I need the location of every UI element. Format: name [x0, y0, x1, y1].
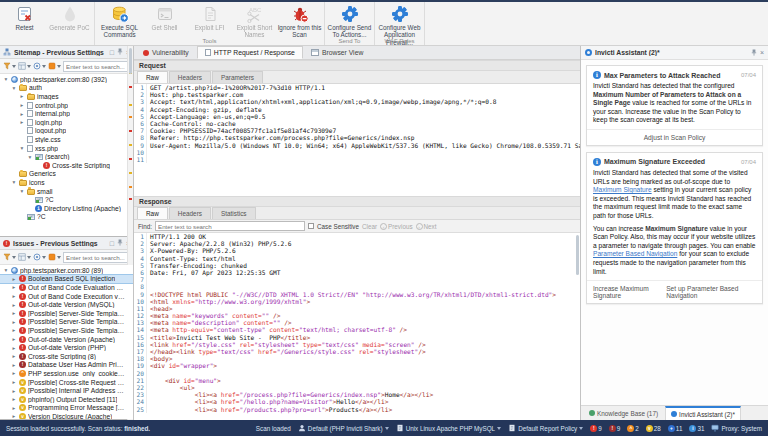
filter-button[interactable]	[3, 253, 16, 261]
expander-icon[interactable]: ▸	[11, 404, 17, 412]
tab-invicti-assistant-2[interactable]: Invicti Assistant (2)*	[665, 406, 741, 420]
tree-item[interactable]: ▾php.testsparker.com:80 (392)	[0, 75, 133, 84]
expander-icon[interactable]: ▸	[11, 412, 17, 419]
unix-linux-apache-php-mysql-dropdown[interactable]: Unix Linux Apache PHP MySQL	[396, 424, 502, 432]
expander-icon[interactable]: ▾	[19, 144, 25, 152]
tree-item[interactable]: ▸!Cross-site Scripting (8)	[0, 352, 133, 361]
pin-icon[interactable]	[117, 48, 123, 56]
tree-item[interactable]: ▸^PHP session.use_only_cookies Is Disabl…	[0, 369, 133, 378]
adjust-in-scan-policy-button[interactable]: Adjust in Scan Policy	[644, 134, 706, 141]
expander-icon[interactable]: ▸	[19, 118, 25, 126]
response-tab-raw[interactable]: Raw	[137, 207, 168, 219]
tree-item[interactable]: ▸![Possible] Server-Side Template Inject…	[0, 318, 133, 327]
expander-icon[interactable]: ▸	[11, 318, 17, 326]
expander-icon[interactable]: ▸	[11, 352, 17, 360]
configure-send-to-actions-button[interactable]: Configure Send To Actions...	[327, 3, 372, 37]
group-button[interactable]	[48, 62, 61, 70]
pin-icon[interactable]	[117, 239, 123, 247]
expander-icon[interactable]: ▸	[11, 378, 17, 386]
tab-http-request-response[interactable]: HTTP Request / Response	[197, 46, 303, 59]
expander-icon[interactable]: ▾	[19, 187, 25, 195]
scrollbar-thumb[interactable]	[129, 48, 133, 74]
tree-item[interactable]: GET?C	[0, 195, 133, 204]
expander-icon[interactable]: ▸	[19, 92, 25, 100]
expander-icon[interactable]: ▸	[11, 326, 17, 334]
retest-button[interactable]: Retest	[2, 3, 47, 37]
find-input[interactable]	[155, 221, 305, 231]
expander-icon[interactable]: ▸	[11, 395, 17, 403]
tree-item[interactable]: ▸vVersion Disclosure (Apache)	[0, 412, 133, 419]
configure-web-application-firewall-button[interactable]: Configure Web Application Firewall...	[377, 3, 422, 37]
issues-search-input[interactable]	[66, 254, 133, 261]
inline-link[interactable]: Parameter Based Navigation	[593, 250, 677, 257]
tree-item[interactable]: ▸![Possible] Server-Side Template Inject…	[0, 309, 133, 318]
tree-item[interactable]: ▾icons	[0, 178, 133, 187]
expander-icon[interactable]: ▸	[11, 301, 17, 309]
layout-button[interactable]	[18, 253, 31, 261]
increase-maximum-signature-button[interactable]: Increase Maximum Signature	[593, 285, 666, 299]
tree-item[interactable]: !Cross-site Scripting	[0, 161, 133, 170]
default-php-invicti-shark-dropdown[interactable]: Default (PHP Invicti Shark)	[298, 424, 389, 432]
expander-icon[interactable]: ▸	[11, 361, 17, 369]
scope-button[interactable]	[33, 62, 46, 70]
expander-icon[interactable]: ▸	[19, 110, 25, 118]
expander-icon[interactable]: ▸	[11, 369, 17, 377]
expander-icon[interactable]: ▸	[11, 292, 17, 300]
tree-item[interactable]: ▸!Out of Band Code Evaluation (PHP)	[0, 283, 133, 292]
clear-button[interactable]: Clear	[362, 223, 377, 230]
group-button[interactable]	[48, 253, 61, 261]
response-editor[interactable]: 1HTTP/1.1 200 OK2Server: Apache/2.2.8 (W…	[134, 233, 580, 420]
execute-sql-commands-button[interactable]: Execute SQL Commands	[97, 3, 142, 37]
expander-icon[interactable]: ▸	[11, 387, 17, 395]
response-tab-headers[interactable]: Headers	[169, 207, 211, 219]
request-editor[interactable]: 1GET /artist.php?id=-1%20OR%2017-7%3d10 …	[134, 84, 580, 196]
request-tab-raw[interactable]: Raw	[137, 71, 168, 83]
expander-icon[interactable]: ▸	[11, 283, 17, 291]
case-sensitive-checkbox[interactable]	[308, 223, 314, 229]
expander-icon[interactable]: ▸	[11, 275, 17, 283]
pin-icon[interactable]	[751, 49, 757, 57]
set-up-parameter-based-navigation-button[interactable]: Set up Parameter Based Navigation	[666, 285, 756, 299]
tree-item[interactable]: ▸v[Possible] Internal IP Address Disclos…	[0, 386, 133, 395]
tree-item[interactable]: ▸vphpinfo() Output Detected [11]	[0, 395, 133, 404]
expander-icon[interactable]: ▾	[3, 75, 9, 83]
tab-browser-view[interactable]: Browser View	[304, 46, 370, 59]
filter-button[interactable]	[3, 62, 16, 70]
next-button[interactable]: ›Next	[416, 223, 437, 230]
tree-item[interactable]: ▾small	[0, 187, 133, 196]
tree-item[interactable]: ▸login.php	[0, 118, 133, 127]
tree-item[interactable]: ▸!Out-of-date Version (PHP)	[0, 343, 133, 352]
tree-item[interactable]: ▸![Possible] Server-Side Template Inject…	[0, 326, 133, 335]
tree-item[interactable]: logout.php	[0, 127, 133, 136]
tree-item[interactable]: ▸vProgramming Error Message [Variatio...	[0, 404, 133, 413]
expander-icon[interactable]: ▾	[3, 266, 9, 274]
expander-icon[interactable]: ▸	[19, 101, 25, 109]
ignore-from-this-scan-button[interactable]: Ignore from this Scan	[277, 3, 322, 37]
tree-item[interactable]: style.css	[0, 135, 133, 144]
tree-item[interactable]: ▸!Database User Has Admin Privileges	[0, 361, 133, 370]
expander-icon[interactable]: ▸	[11, 335, 17, 343]
previous-button[interactable]: ‹Previous	[380, 223, 413, 230]
proxy-indicator[interactable]: Proxy: System	[711, 424, 762, 432]
tree-item[interactable]: ▾php.testsparker.com:80 (89)	[0, 266, 133, 275]
layout-button[interactable]	[18, 62, 31, 70]
tab-knowledge-base-17[interactable]: Knowledge Base (17)	[584, 406, 663, 420]
tree-item[interactable]: ▸control.php	[0, 101, 133, 110]
sitemap-search-input[interactable]	[66, 63, 133, 70]
tree-item[interactable]: GET?C	[0, 213, 133, 222]
tree-item[interactable]: Generics	[0, 170, 133, 179]
expander-icon[interactable]: ▸	[11, 344, 17, 352]
tree-item[interactable]: ▾GET(search)	[0, 152, 133, 161]
tree-item[interactable]: ▸!Out of Band Code Execution via SSTI [.…	[0, 292, 133, 301]
request-tab-headers[interactable]: Headers	[169, 71, 211, 83]
tree-item[interactable]: ▾auth	[0, 84, 133, 93]
tab-vulnerability[interactable]: Vulnerability	[136, 46, 196, 59]
tree-item[interactable]: ▸internal.php	[0, 109, 133, 118]
tree-item[interactable]: iDirectory Listing (Apache)	[0, 204, 133, 213]
tree-item[interactable]: ▸images	[0, 92, 133, 101]
tree-item[interactable]: ▸!Out-of-date Version (Apache)	[0, 335, 133, 344]
response-tab-statistics[interactable]: Statistics	[212, 207, 256, 219]
window-options-icon[interactable]: □	[110, 240, 114, 247]
inline-link[interactable]: Maximum Signature	[593, 186, 652, 193]
expander-icon[interactable]: ▸	[11, 309, 17, 317]
